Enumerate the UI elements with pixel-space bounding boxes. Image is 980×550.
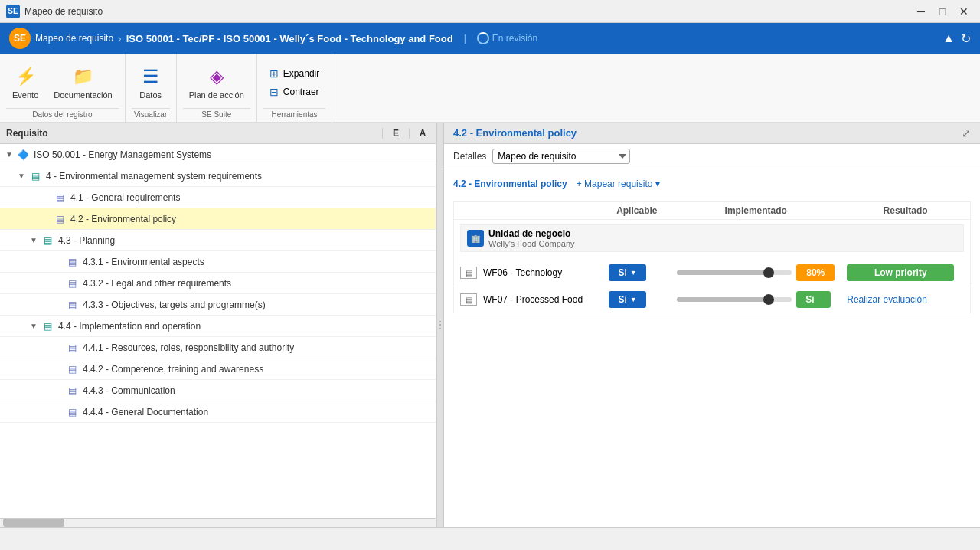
- section-title: 4.2 - Environmental policy + Mapear requ…: [453, 178, 971, 189]
- expand-4[interactable]: ▼: [15, 170, 28, 182]
- ribbon: ⚡ Evento 📁 Documentación Datos del regis…: [0, 54, 980, 123]
- wf07-si-resultado-button[interactable]: Si: [796, 291, 831, 308]
- ribbon-datos-button[interactable]: ☰ Datos: [132, 61, 170, 103]
- icon-4: ▤: [28, 170, 43, 182]
- nav-refresh-button[interactable]: ↻: [961, 31, 971, 46]
- datos-label: Datos: [139, 90, 162, 100]
- icon-4-3: ▤: [40, 234, 55, 247]
- wf06-pct-badge: 80%: [796, 264, 835, 281]
- label-4-4-1: 4.4.1 - Resources, roles, responsibility…: [83, 342, 294, 353]
- wf06-slider-thumb[interactable]: [763, 267, 774, 278]
- req-table: Aplicable Implementado Resultado 🏢 Unida…: [453, 201, 971, 313]
- tree-item-root[interactable]: ▼ 🔷 ISO 50.001 - Energy Management Syste…: [0, 144, 436, 165]
- ribbon-expandir-button[interactable]: ⊞ Expandir: [263, 65, 325, 82]
- label-4-4-2: 4.4.2 - Competence, training and awarene…: [83, 364, 263, 375]
- nav-up-button[interactable]: ▲: [942, 31, 955, 46]
- ribbon-section-visualizar: ☰ Datos Visualizar: [126, 54, 177, 122]
- wf07-si-button[interactable]: Si ▼: [609, 291, 645, 308]
- tree-item-4-3-3[interactable]: ▤ 4.3.3 - Objectives, targets and progra…: [0, 294, 436, 316]
- tree-item-4-4[interactable]: ▼ ▤ 4.4 - Implementation and operation: [0, 316, 436, 337]
- ribbon-contraer-button[interactable]: ⊟ Contraer: [263, 83, 325, 100]
- ribbon-documentacion-button[interactable]: 📁 Documentación: [47, 61, 118, 103]
- tree-header-label: Requisito: [0, 128, 382, 139]
- wf06-si-button[interactable]: Si ▼: [609, 264, 645, 281]
- map-requisito-button[interactable]: + Mapear requisito ▾: [577, 178, 661, 189]
- expand-4-3-3: [52, 299, 64, 311]
- ribbon-herramientas-items: ⊞ Expandir ⊟ Contraer: [263, 57, 325, 108]
- col-implementado: Implementado: [671, 202, 841, 220]
- wf06-resultado-cell: Low priority: [841, 260, 970, 286]
- header-bar: SE Mapeo de requisito › ISO 50001 - Tec/…: [0, 23, 980, 54]
- maximize-button[interactable]: □: [933, 3, 952, 20]
- right-panel-header: 4.2 - Environmental policy ⤢: [444, 123, 980, 144]
- expand-4-4[interactable]: ▼: [28, 320, 40, 332]
- icon-root: 🔷: [15, 149, 31, 161]
- wf07-slider-track[interactable]: [677, 297, 792, 302]
- wf06-slider-track[interactable]: [677, 270, 792, 275]
- tree-item-4-4-3[interactable]: ▤ 4.4.3 - Communication: [0, 380, 436, 401]
- ribbon-planaccion-button[interactable]: ◈ Plan de acción: [183, 61, 250, 103]
- wf06-row-icon: ▤: [460, 267, 477, 279]
- expand-panel-button[interactable]: ⤢: [962, 127, 971, 139]
- col-resultado: Resultado: [841, 202, 970, 220]
- tree-item-4-1[interactable]: ▤ 4.1 - General requirements: [0, 187, 436, 208]
- review-label: En revisión: [492, 33, 537, 44]
- table-row-wf07: ▤ WF07 - Processed Food Si ▼: [454, 286, 971, 313]
- expand-4-4-1: [52, 342, 64, 354]
- label-4-4-3: 4.4.3 - Communication: [83, 385, 175, 396]
- wf06-si-arrow: ▼: [630, 269, 637, 277]
- wf07-slider-thumb[interactable]: [763, 294, 774, 305]
- tree-item-4-4-4[interactable]: ▤ 4.4.4 - General Documentation: [0, 401, 436, 423]
- label-4-3-3: 4.3.3 - Objectives, targets and programm…: [83, 300, 266, 310]
- details-bar: Detalles Mapeo de requisito: [444, 144, 980, 169]
- wf07-slider-fill: [677, 297, 769, 302]
- realizar-evaluacion-link[interactable]: Realizar evaluación: [847, 294, 927, 305]
- unit-icon: 🏢: [467, 230, 484, 247]
- tree-item-4[interactable]: ▼ ▤ 4 - Environmental management system …: [0, 165, 436, 187]
- tree-scroll-horizontal[interactable]: [0, 518, 436, 527]
- ribbon-sesuite-label: SE Suite: [183, 108, 250, 119]
- expand-root[interactable]: ▼: [3, 149, 15, 161]
- unit-header: 🏢 Unidad de negocio Welly's Food Company: [460, 224, 964, 252]
- ribbon-sesuite-items: ◈ Plan de acción: [183, 57, 250, 108]
- wf06-low-priority-button[interactable]: Low priority: [847, 264, 954, 281]
- expand-4-3-2: [52, 277, 64, 290]
- ribbon-herramientas-label: Herramientas: [263, 108, 325, 119]
- expand-4-3[interactable]: ▼: [28, 234, 40, 247]
- app-logo: SE: [9, 28, 31, 49]
- close-button[interactable]: ✕: [954, 3, 974, 20]
- minimize-button[interactable]: ─: [911, 3, 931, 20]
- wf07-slider-container: Si: [677, 291, 835, 308]
- tree-item-4-3[interactable]: ▼ ▤ 4.3 - Planning: [0, 230, 436, 251]
- breadcrumb-current: ISO 50001 - Tec/PF - ISO 50001 - Welly´s…: [126, 33, 453, 44]
- window-title: Mapeo de requisito: [24, 6, 911, 17]
- details-select[interactable]: Mapeo de requisito: [492, 149, 630, 164]
- wf07-row-icon: ▤: [460, 293, 477, 306]
- tree-item-4-3-1[interactable]: ▤ 4.3.1 - Environmental aspects: [0, 251, 436, 273]
- expand-4-4-3: [52, 385, 64, 397]
- panel-separator[interactable]: ⋮: [436, 123, 444, 527]
- icon-4-3-2: ▤: [64, 277, 80, 290]
- details-label: Detalles: [453, 151, 486, 162]
- expandir-label: Expandir: [283, 68, 319, 79]
- ribbon-evento-button[interactable]: ⚡ Evento: [6, 61, 44, 103]
- wf06-label-cell: ▤ WF06 - Technology: [454, 260, 603, 286]
- section-title-text: 4.2 - Environmental policy: [453, 178, 567, 189]
- unit-name: Unidad de negocio: [488, 228, 575, 239]
- status-bar: [0, 527, 980, 544]
- tree-scroll-thumb[interactable]: [3, 519, 64, 527]
- tree-item-4-4-1[interactable]: ▤ 4.4.1 - Resources, roles, responsibili…: [0, 337, 436, 358]
- window-controls: ─ □ ✕: [911, 3, 974, 20]
- tree-item-4-2[interactable]: ▤ 4.2 - Environmental policy: [0, 208, 436, 230]
- col-name: [454, 202, 603, 220]
- documentacion-label: Documentación: [54, 90, 112, 100]
- tree-item-4-3-2[interactable]: ▤ 4.3.2 - Legal and other requirements: [0, 273, 436, 294]
- label-4-2: 4.2 - Environmental policy: [70, 214, 176, 224]
- label-4-3: 4.3 - Planning: [58, 235, 115, 246]
- label-4-4: 4.4 - Implementation and operation: [58, 321, 201, 332]
- expand-4-4-2: [52, 363, 64, 375]
- tree-item-4-4-2[interactable]: ▤ 4.4.2 - Competence, training and aware…: [0, 358, 436, 380]
- expand-4-3-1: [52, 256, 64, 268]
- ribbon-section-sesuite: ◈ Plan de acción SE Suite: [177, 54, 257, 122]
- breadcrumb-root[interactable]: Mapeo de requisito: [35, 33, 113, 44]
